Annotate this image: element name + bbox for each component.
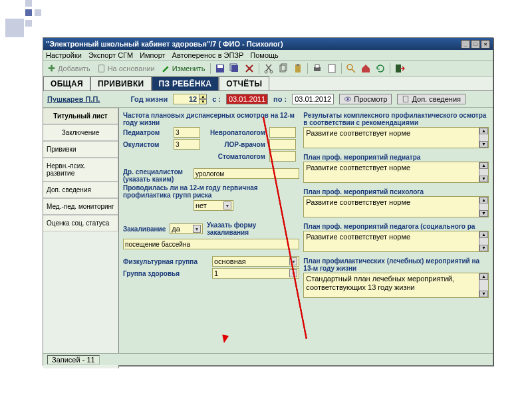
extra-info-button[interactable]: Доп. сведения	[397, 94, 466, 104]
svg-rect-1	[49, 67, 55, 69]
sidebar-item-vaccines[interactable]: Прививки	[43, 141, 118, 158]
house-icon[interactable]	[360, 63, 371, 74]
maximize-button[interactable]: □	[471, 40, 480, 49]
menu-export[interactable]: Экспорт СГМ	[88, 51, 133, 59]
zakal-form-label: Указать форму закаливания	[207, 221, 299, 236]
statusbar: Записей - 11	[43, 353, 493, 365]
zakal-label: Закаливание	[123, 225, 166, 233]
main-tabs: ОБЩАЯ ПРИВИВКИ ПЗ РЕБЁНКА ОТЧЁТЫ	[43, 76, 493, 91]
scroll-down-icon[interactable]: ▼	[479, 210, 488, 217]
scroll-down-icon[interactable]: ▼	[479, 245, 488, 251]
save-icon[interactable]	[215, 63, 225, 74]
paste-icon[interactable]	[293, 63, 303, 74]
delete-icon[interactable]	[244, 63, 255, 74]
lor-label: ЛОР-врачом	[204, 141, 265, 148]
tab-vaccines[interactable]: ПРИВИВКИ	[90, 76, 152, 90]
patient-name-link[interactable]: Пушкарев П.П.	[47, 95, 100, 103]
okulist-input[interactable]	[174, 139, 200, 150]
tab-pz-child[interactable]: ПЗ РЕБЁНКА	[152, 76, 219, 90]
svg-rect-12	[297, 64, 299, 66]
exit-icon[interactable]	[394, 63, 405, 74]
save-all-icon[interactable]	[229, 63, 240, 74]
drspec-label: Др. специалистом (указать каким)	[123, 168, 190, 183]
window-title: "Электронный школьный кабинет здоровья"/…	[46, 40, 283, 48]
grp-dropdown[interactable]: 1▼	[212, 268, 299, 279]
copy-icon[interactable]	[278, 63, 289, 74]
scroll-up-icon[interactable]: ▲	[479, 128, 488, 134]
minimize-button[interactable]: _	[461, 40, 470, 49]
prov-dropdown[interactable]: нет▼	[194, 200, 233, 211]
view-button[interactable]: Просмотр	[339, 94, 392, 104]
tab-general[interactable]: ОБЩАЯ	[43, 76, 90, 90]
sidebar-item-extra[interactable]: Доп. сведения	[43, 182, 118, 198]
date-from[interactable]: 03.01.2011	[226, 94, 268, 104]
res-memo[interactable]: Развитие соответствует норме ▲▼	[303, 127, 489, 148]
menu-import[interactable]: Импорт	[140, 51, 165, 59]
fiz-label: Физкультурная группа	[123, 258, 208, 265]
scroll-down-icon[interactable]: ▼	[479, 176, 488, 182]
svg-point-19	[347, 98, 349, 100]
search-icon[interactable]	[346, 63, 356, 74]
plus-icon	[47, 64, 57, 73]
okulist-label: Окулистом	[123, 141, 170, 148]
preview-icon[interactable]	[327, 63, 337, 74]
plan2-memo[interactable]: Развитие соответствует норме ▲▼	[303, 196, 489, 217]
stoma-input[interactable]	[269, 151, 296, 162]
nevro-input[interactable]	[269, 127, 296, 138]
pediatr-input[interactable]	[174, 127, 200, 138]
close-button[interactable]: ×	[481, 40, 490, 49]
lor-input[interactable]	[269, 139, 296, 150]
sidebar-item-conclusion[interactable]: Заключение	[43, 124, 118, 141]
date-to[interactable]: 03.01.2012	[292, 94, 334, 104]
grp-label: Группа здоровья	[123, 270, 208, 277]
plan3-memo[interactable]: Развитие соответствует норме ▲▼	[303, 231, 489, 252]
scroll-up-icon[interactable]: ▲	[479, 162, 488, 169]
scroll-down-icon[interactable]: ▼	[479, 291, 488, 297]
cut-icon[interactable]	[263, 63, 274, 74]
menu-settings[interactable]: Настройки	[46, 51, 82, 59]
drspec-input[interactable]	[194, 168, 299, 179]
status-records: Записей - 11	[47, 355, 100, 364]
svg-rect-20	[404, 96, 409, 102]
sidebar-item-monitoring[interactable]: Мед.-пед. мониторинг	[43, 198, 118, 215]
menu-help[interactable]: Помощь	[250, 51, 279, 59]
fiz-dropdown[interactable]: основная▼	[212, 256, 299, 267]
year-spinner[interactable]: 12 ▲▼	[173, 94, 207, 104]
refresh-icon[interactable]	[375, 63, 386, 74]
scroll-up-icon[interactable]: ▲	[479, 231, 488, 238]
pediatr-label: Педиатром	[123, 129, 170, 136]
sidebar: Титульный лист Заключение Прививки Нервн…	[43, 108, 119, 368]
year-label: Год жизни	[130, 95, 168, 103]
print-icon[interactable]	[312, 63, 323, 74]
zakal-desc-input[interactable]	[123, 239, 299, 249]
plan4-title: План профилактических (лечебных) меропри…	[303, 257, 489, 272]
svg-rect-15	[329, 65, 335, 72]
pencil-icon	[162, 64, 171, 73]
tab-reports[interactable]: ОТЧЁТЫ	[219, 76, 269, 90]
scroll-down-icon[interactable]: ▼	[479, 141, 488, 148]
scroll-up-icon[interactable]: ▲	[479, 197, 488, 203]
menubar: Настройки Экспорт СГМ Импорт Автоперенос…	[43, 50, 493, 61]
prov-label: Проводилась ли на 12-м году первичная пр…	[123, 184, 299, 199]
plan3-title: План проф. мероприятий педагога (социаль…	[303, 223, 489, 230]
sidebar-item-social[interactable]: Оценка соц. статуса	[43, 215, 118, 231]
sidebar-item-neuro[interactable]: Нервн.-псих. развитие	[43, 158, 118, 182]
based-on-button[interactable]: На основании	[96, 63, 156, 74]
sidebar-title[interactable]: Титульный лист	[43, 108, 118, 124]
body-area: Титульный лист Заключение Прививки Нервн…	[43, 108, 493, 368]
res-title: Результаты комплексного профилактическог…	[303, 112, 489, 126]
plan2-title: План проф. мероприятий психолога	[303, 188, 489, 196]
from-label: с :	[212, 95, 221, 103]
info-icon	[402, 95, 410, 103]
left-column: Частота плановых диспансерных осмотров н…	[123, 110, 299, 366]
add-button[interactable]: Добавить	[46, 63, 92, 74]
plan4-memo[interactable]: Стандартный план лечебных мероприятий, с…	[303, 273, 489, 298]
app-window: "Электронный школьный кабинет здоровья"/…	[43, 37, 493, 366]
edit-button[interactable]: Изменить	[160, 63, 207, 74]
zakal-dropdown[interactable]: да▼	[170, 223, 203, 234]
scroll-up-icon[interactable]: ▲	[479, 273, 488, 280]
freq-title: Частота плановых диспансерных осмотров н…	[123, 112, 299, 126]
menu-autotransfer[interactable]: Автоперенос в ЭПЗР	[172, 51, 244, 59]
plan1-title: План проф. мероприятий педиатра	[303, 154, 489, 161]
plan1-memo[interactable]: Развитие соответствует норме ▲▼	[303, 162, 489, 183]
